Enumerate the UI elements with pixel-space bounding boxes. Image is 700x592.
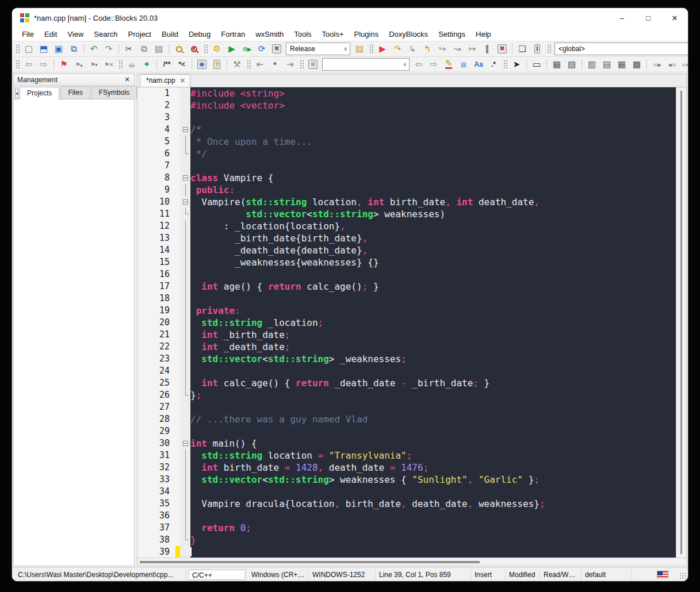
- fold-collapse-icon[interactable]: [183, 127, 188, 132]
- prev-bookmark-button[interactable]: ⚑▴: [72, 58, 86, 71]
- toolbar-grip[interactable]: [15, 44, 20, 54]
- build-and-run-button[interactable]: ⚙▶: [240, 43, 254, 56]
- step-over-button[interactable]: ↷: [391, 43, 404, 56]
- minimize-button[interactable]: –: [609, 8, 635, 28]
- wxs-align-bottom-button[interactable]: ▩: [630, 58, 644, 71]
- menu-build[interactable]: Build: [156, 28, 183, 40]
- new-file-button[interactable]: ▢: [22, 43, 36, 56]
- selected-text-search-button[interactable]: ⧈: [457, 58, 471, 71]
- rebuild-button[interactable]: ⟳: [255, 43, 269, 56]
- management-tab-files[interactable]: Files: [60, 86, 90, 99]
- incsearch-highlight-button[interactable]: •: [268, 58, 282, 71]
- wxs-sizer-grid-button[interactable]: ▭↔: [680, 58, 688, 71]
- wxs-book-button[interactable]: ▧: [565, 58, 579, 71]
- wxs-align-right-button[interactable]: ▦: [615, 58, 629, 71]
- build-target-select[interactable]: Release∨: [286, 43, 350, 55]
- project-tree-area[interactable]: [14, 99, 134, 566]
- toolbar-grip[interactable]: [503, 59, 507, 70]
- debug-continue-button[interactable]: ▶: [376, 43, 389, 56]
- fold-margin[interactable]: [180, 124, 190, 136]
- menu-search[interactable]: Search: [89, 28, 123, 40]
- redo-button[interactable]: ↷: [102, 43, 116, 56]
- next-instruction-button[interactable]: ↝: [450, 43, 464, 56]
- menu-wxsmith[interactable]: wxSmith: [250, 28, 289, 40]
- doxy-settings-button[interactable]: ⚒: [230, 58, 244, 71]
- find-button[interactable]: [172, 43, 186, 56]
- wxs-sizer-vertical-button[interactable]: ◂▭: [665, 58, 679, 71]
- doxy-run-chm-button[interactable]: ?: [210, 58, 224, 71]
- menu-view[interactable]: View: [62, 28, 89, 40]
- toolbar-grip[interactable]: [369, 44, 373, 54]
- pause-debugger-button[interactable]: ∥: [480, 43, 494, 56]
- close-button[interactable]: ✕: [661, 8, 688, 28]
- menu-edit[interactable]: Edit: [39, 28, 62, 40]
- fold-collapse-icon[interactable]: [183, 175, 188, 180]
- menu-tools[interactable]: Tools: [289, 28, 316, 40]
- fold-collapse-icon[interactable]: [183, 441, 188, 446]
- menu-doxyblocks[interactable]: DoxyBlocks: [384, 28, 433, 40]
- chevron-down-icon[interactable]: ∨: [403, 61, 407, 67]
- clear-bookmarks-button[interactable]: ⚑✕: [102, 58, 116, 71]
- incsearch-next-button[interactable]: ⇥: [283, 58, 297, 71]
- save-all-button[interactable]: ⧉: [67, 43, 81, 56]
- symbol-scope-select[interactable]: <global>∨: [554, 43, 688, 55]
- cut-button[interactable]: ✂: [122, 43, 136, 56]
- management-close-icon[interactable]: ✕: [123, 76, 132, 83]
- toolbar-grip[interactable]: [546, 44, 551, 54]
- wxs-sizer-horizontal-button[interactable]: ▭▸: [650, 58, 664, 71]
- run-to-cursor-button[interactable]: ↪: [435, 43, 449, 56]
- incsearch-input[interactable]: [325, 60, 400, 69]
- doxy-line-comment-button[interactable]: *<: [175, 58, 189, 71]
- code-editor[interactable]: 1#include <string>2#include <vector>34/*…: [137, 87, 676, 558]
- doxy-wizard-button[interactable]: ✦: [140, 58, 154, 71]
- fold-margin[interactable]: [180, 437, 190, 449]
- debugging-windows-button[interactable]: ❏: [515, 43, 529, 56]
- fold-collapse-icon[interactable]: [183, 199, 188, 205]
- next-bookmark-button[interactable]: ⚑▾: [87, 58, 101, 71]
- management-tab-fsymbols[interactable]: FSymbols: [91, 86, 137, 99]
- step-into-instruction-button[interactable]: ↦: [465, 43, 479, 56]
- menu-debug[interactable]: Debug: [183, 28, 216, 40]
- doxy-extract-docs-button[interactable]: ☕: [125, 58, 139, 71]
- doxy-run-html-button[interactable]: ◉: [195, 58, 209, 71]
- toolbar-grip[interactable]: [299, 59, 304, 70]
- horizontal-scrollbar-thumb[interactable]: [140, 561, 480, 563]
- menu-help[interactable]: Help: [471, 28, 496, 40]
- fold-margin[interactable]: [180, 196, 190, 208]
- resize-grip[interactable]: [679, 572, 686, 579]
- build-target-options-button[interactable]: ▤: [353, 43, 366, 56]
- management-tab-projects[interactable]: Projects: [20, 87, 59, 99]
- search-result-prev-button[interactable]: ⇦: [412, 58, 426, 71]
- horizontal-scrollbar[interactable]: [137, 558, 686, 566]
- replace-button[interactable]: R: [187, 43, 201, 56]
- use-regex-button[interactable]: .*: [487, 58, 500, 71]
- build-button[interactable]: ⚙: [210, 43, 224, 56]
- wxs-align-left-button[interactable]: ▥: [585, 58, 599, 71]
- step-out-button[interactable]: ↰: [420, 43, 434, 56]
- doxy-block-comment-button[interactable]: /**: [160, 58, 174, 71]
- stop-debugger-button[interactable]: ✖: [495, 43, 509, 56]
- toolbar-grip[interactable]: [118, 59, 123, 70]
- match-case-button[interactable]: Aa: [472, 58, 485, 71]
- vertical-scrollbar-thumb[interactable]: [680, 91, 682, 554]
- fold-margin[interactable]: [180, 172, 190, 184]
- maximize-button[interactable]: □: [635, 8, 661, 28]
- step-into-button[interactable]: ↳: [406, 43, 419, 56]
- toggle-bookmark-button[interactable]: ⚑: [57, 58, 71, 71]
- save-file-button[interactable]: ▣: [52, 43, 66, 56]
- menu-file[interactable]: File: [17, 28, 39, 40]
- open-file-button[interactable]: ⬒: [37, 43, 51, 56]
- wxs-align-top-button[interactable]: ▤: [600, 58, 614, 71]
- abort-build-button[interactable]: ✖: [270, 43, 284, 56]
- vertical-scrollbar[interactable]: [676, 87, 686, 558]
- menu-tools[interactable]: Tools+: [317, 28, 349, 40]
- wxs-panel-button[interactable]: ▦: [550, 58, 564, 71]
- copy-button[interactable]: ⧉: [137, 43, 151, 56]
- toolbar-grip[interactable]: [203, 44, 208, 54]
- editor-tab-nam-cpp[interactable]: *nam.cpp ✕: [140, 74, 190, 87]
- nav-back-button[interactable]: ⇦: [22, 58, 36, 71]
- menu-plugins[interactable]: Plugins: [349, 28, 384, 40]
- toolbar-grip[interactable]: [15, 59, 20, 70]
- wxs-pointer-button[interactable]: ➤: [510, 58, 523, 71]
- search-result-next-button[interactable]: ⇨: [427, 58, 441, 71]
